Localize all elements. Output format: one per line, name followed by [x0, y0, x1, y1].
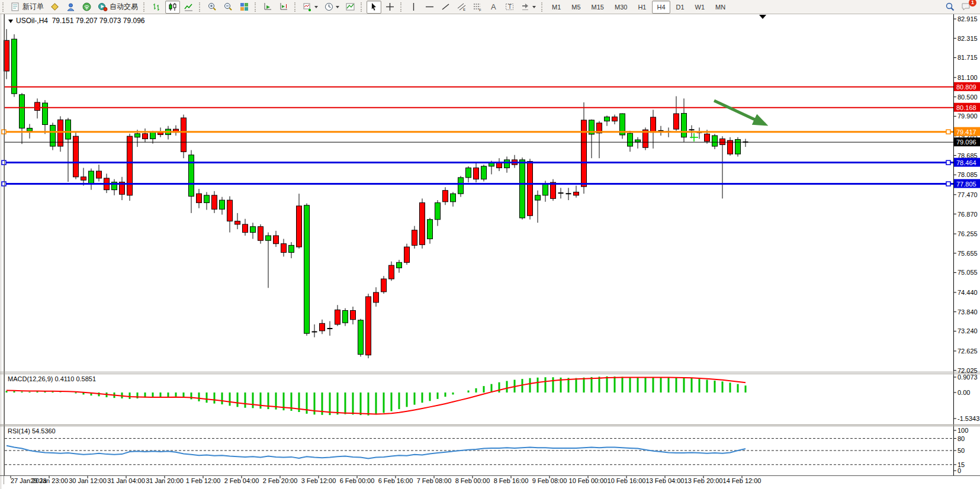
auto-trading-icon	[98, 2, 108, 12]
tile-windows-button[interactable]	[237, 1, 252, 14]
candle-body	[520, 160, 525, 218]
candle-body	[66, 120, 71, 139]
period-button[interactable]	[322, 1, 342, 14]
svg-text:A: A	[491, 2, 496, 11]
candle-body	[220, 200, 225, 209]
horizontal-line-button[interactable]	[422, 1, 437, 14]
add-indicator-button[interactable]	[300, 1, 320, 14]
text-a-icon: A	[489, 2, 499, 12]
candle-body	[705, 134, 710, 141]
fibonacci-button[interactable]: F	[470, 1, 485, 14]
text-button[interactable]: A	[486, 1, 501, 14]
candle-body	[304, 205, 310, 333]
candle-body	[674, 114, 679, 129]
line-handle	[946, 182, 950, 186]
panel-borders	[0, 14, 980, 489]
chart-shift-button[interactable]	[277, 1, 291, 14]
vertical-line-button[interactable]	[406, 1, 421, 14]
tf-h1[interactable]: H1	[633, 1, 651, 14]
tf-m15[interactable]: M15	[587, 1, 609, 14]
tf-d1[interactable]: D1	[671, 1, 689, 14]
price-axis-label: 72.025	[957, 367, 978, 374]
candle-body	[97, 171, 102, 178]
chart-window[interactable]: 0.90730.00-1.5343100805015082.91582.3158…	[0, 0, 980, 489]
date-axis-label: 7 Feb 08:00	[417, 477, 452, 484]
candle-body	[489, 163, 494, 166]
candle-body	[505, 160, 510, 168]
candle-body	[227, 200, 233, 221]
toolbar-group-objects: EFAT	[406, 0, 539, 14]
date-axis-label: 10 Feb 00:00	[569, 477, 608, 484]
label-button[interactable]: T	[502, 1, 517, 14]
price-axis-label: 73.840	[957, 308, 978, 316]
candle-body	[497, 163, 502, 168]
label-t-icon: T	[505, 2, 515, 12]
candle-body	[150, 132, 156, 139]
candle-body	[535, 195, 541, 200]
candle-body	[651, 117, 656, 133]
navigator-button[interactable]	[63, 1, 78, 14]
chart-shift-icon	[279, 2, 289, 12]
svg-text:0: 0	[957, 467, 961, 474]
market-watch-button[interactable]	[47, 1, 62, 14]
candle-body	[212, 195, 217, 209]
price-axis-label: 78.085	[957, 171, 978, 178]
timeframe-label: W1	[693, 4, 708, 11]
candle-body	[481, 166, 487, 179]
candle-body	[435, 202, 441, 219]
line-handle	[946, 160, 950, 165]
notification-badge: 1	[969, 0, 976, 7]
candle-body	[143, 134, 148, 139]
zoom-out-button[interactable]	[221, 1, 236, 14]
zoom-in-button[interactable]	[205, 1, 220, 14]
price-axis-label: 82.915	[957, 15, 978, 22]
svg-text:79.417: 79.417	[956, 128, 976, 136]
arrows-icon	[520, 2, 531, 12]
notifications-button[interactable]: 1	[959, 1, 973, 14]
date-axis-label: 10 Feb 16:00	[608, 477, 646, 484]
candle-body	[289, 245, 294, 252]
toolbar-group-zoom	[204, 0, 252, 14]
equidistant-channel-button[interactable]: E	[454, 1, 469, 14]
price-axis-label: 75.655	[957, 250, 978, 257]
candle-body	[474, 168, 479, 179]
cursor-button[interactable]	[367, 1, 381, 14]
date-axis-label: 6 Feb 00:00	[340, 477, 375, 484]
tf-m30[interactable]: M30	[610, 1, 632, 14]
svg-text:T: T	[508, 4, 512, 10]
auto-scroll-button[interactable]	[261, 1, 275, 14]
candle-body	[189, 155, 194, 197]
candle-body	[258, 227, 264, 240]
svg-text:50: 50	[957, 447, 965, 454]
search-button[interactable]	[943, 1, 957, 14]
zoom-in-icon	[207, 2, 217, 12]
price-chart-canvas[interactable]: 0.90730.00-1.5343100805015082.91582.3158…	[0, 0, 980, 489]
candlestick-chart-button[interactable]	[165, 1, 180, 14]
timeframe-label: M1	[550, 4, 563, 11]
template-button[interactable]	[343, 1, 358, 14]
arrows-button[interactable]	[518, 1, 538, 14]
candle-body	[428, 220, 433, 239]
date-axis-label: 31 Jan 20:00	[146, 477, 184, 484]
price-axis-label: 77.470	[957, 191, 978, 198]
svg-text:80.809: 80.809	[956, 83, 976, 91]
date-axis-label: 29 Jan 23:00	[30, 477, 68, 484]
bar-chart-button[interactable]	[149, 1, 164, 14]
new-order-button[interactable]: 新订单	[8, 1, 46, 14]
trendline-button[interactable]	[438, 1, 453, 14]
tf-m1[interactable]: M1	[547, 1, 565, 14]
candle-body	[204, 195, 210, 203]
tf-w1[interactable]: W1	[690, 1, 710, 14]
tf-m5[interactable]: M5	[567, 1, 585, 14]
candle-body	[27, 128, 33, 131]
line-chart-button[interactable]	[181, 1, 196, 14]
date-axis-label: 8 Feb 00:00	[455, 477, 490, 484]
crosshair-button[interactable]	[383, 1, 397, 14]
tf-mn[interactable]: MN	[711, 1, 730, 14]
signals-button[interactable]	[79, 1, 94, 14]
candle-body	[551, 182, 556, 198]
auto-trading-button[interactable]: 自动交易	[95, 1, 140, 14]
svg-text:E: E	[463, 8, 465, 11]
timeframe-label: H4	[654, 4, 667, 11]
tf-h4[interactable]: H4	[652, 1, 670, 14]
